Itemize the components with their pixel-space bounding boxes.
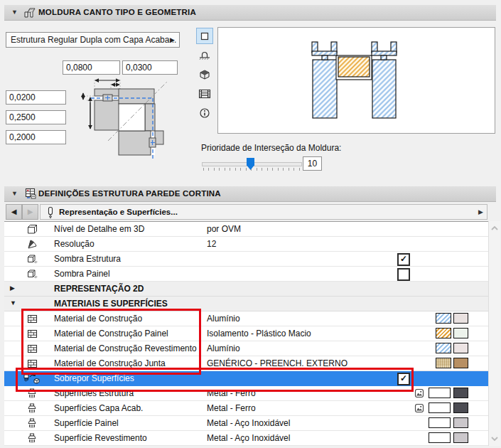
plan-view-icon	[200, 31, 210, 41]
cut-fill-swatch[interactable]	[436, 343, 451, 353]
sombra-painel-checkbox[interactable]	[397, 268, 410, 281]
cube-shadow-icon	[27, 269, 38, 282]
collapse-icon[interactable]: ▼	[11, 9, 18, 16]
pin-icon	[46, 206, 55, 219]
sombra-estrutura-checkbox[interactable]: ✓	[397, 253, 410, 266]
table-row-material-junta[interactable]: Material de Construção Junta GENÉRICO - …	[4, 356, 488, 371]
pen-color-swatch[interactable]	[429, 417, 451, 428]
expand-icon[interactable]: ▶	[10, 284, 15, 292]
priority-value-field[interactable]	[303, 156, 322, 171]
pen-color-swatch[interactable]	[429, 402, 451, 413]
tab-representacao-superficies[interactable]: Representação e Superfícies... ▶	[40, 204, 487, 220]
table-row-nivel-detalhe[interactable]: Nível de Detalhe em 3D por OVM	[4, 222, 488, 237]
surface-brush-icon	[27, 418, 37, 432]
panel-title: DEFINIÇÕES ESTRUTURA PAREDE CORTINA	[38, 189, 221, 198]
table-row-resolucao[interactable]: Resolução 12	[4, 237, 488, 252]
building-material-icon	[27, 314, 38, 327]
texture-icon	[414, 388, 424, 401]
surface-brush-icon	[27, 403, 37, 417]
priority-label: Prioridade de Interseção da Moldura:	[201, 143, 341, 153]
3d-view-button[interactable]	[196, 66, 213, 82]
3d-view-icon	[199, 69, 210, 80]
override-surfaces-icon	[23, 373, 41, 388]
table-row-material-construcao[interactable]: Material de Construção Alumínio	[4, 311, 488, 326]
surface-color-swatch[interactable]	[453, 388, 468, 398]
cut-fill-swatch[interactable]	[436, 313, 451, 324]
sobrepor-superficies-checkbox[interactable]: ✓	[397, 373, 410, 385]
surface-swatch[interactable]	[453, 313, 468, 324]
resolution-fan-icon	[27, 239, 38, 252]
film-icon	[198, 88, 211, 100]
archicad-dialog: { "icons": { "collapse": "▼", "expand": …	[0, 0, 501, 448]
cube-shadow-icon	[27, 254, 38, 267]
cut-fill-swatch[interactable]	[436, 358, 451, 368]
panel-header-moldura[interactable]: ▼ MOLDURA CANTO TIPO E GEOMETRIA	[4, 5, 496, 21]
info-icon	[199, 107, 210, 119]
nav-back-button[interactable]: ◀	[6, 204, 22, 220]
building-material-icon	[27, 358, 38, 372]
group-row-materiais-superficies[interactable]: ▼ MATERIAIS E SUPERFÍCIES	[4, 297, 488, 311]
surface-color-swatch[interactable]	[453, 417, 468, 428]
row-value[interactable]: Alumínio	[207, 311, 240, 326]
table-row-superficies-estrutura[interactable]: Superfícies Estrutura Metal - Ferro	[4, 386, 488, 401]
row-value[interactable]: Metal - Ferro	[207, 386, 256, 400]
cut-fill-swatch[interactable]	[436, 328, 451, 338]
table-row-sobrepor-superficies[interactable]: Sobrepor Superfícies ✓	[4, 371, 488, 386]
table-row-superficies-capa[interactable]: Superfícies Capa Acab. Metal - Ferro	[4, 401, 488, 416]
row-value[interactable]: Alumínio	[207, 341, 240, 356]
panel-title: MOLDURA CANTO TIPO E GEOMETRIA	[38, 8, 196, 16]
surface-swatch[interactable]	[453, 328, 468, 338]
surface-color-swatch[interactable]	[453, 432, 468, 443]
table-row-sombra-estrutura[interactable]: Sombra Estrutura ✓	[4, 252, 488, 267]
surface-swatch[interactable]	[453, 358, 468, 368]
dim-1-field[interactable]	[6, 90, 66, 105]
collapse-icon[interactable]: ▼	[10, 299, 16, 306]
row-value[interactable]: 12	[207, 237, 216, 251]
pen-color-swatch[interactable]	[429, 432, 451, 443]
building-material-icon	[27, 343, 38, 357]
cube-wire-icon	[27, 224, 38, 238]
table-row-material-revestimento[interactable]: Material de Construção Revestimento Alum…	[4, 341, 488, 356]
row-value[interactable]: Metal - Ferro	[207, 401, 256, 415]
row-value[interactable]: Metal - Aço Inoxidável	[207, 431, 290, 445]
texture-icon	[414, 403, 424, 416]
table-row-sombra-painel[interactable]: Sombra Painel	[4, 267, 488, 282]
building-material-icon	[27, 329, 38, 342]
table-row-superficie-painel[interactable]: Superfície Painel Metal - Aço Inoxidável	[4, 416, 488, 431]
frame-type-dropdown[interactable]: Estrutura Regular Dupla com Capa Acaba..…	[6, 32, 180, 48]
row-value[interactable]: Metal - Aço Inoxidável	[207, 416, 290, 430]
dim-3-field[interactable]	[6, 130, 66, 144]
nav-forward-button[interactable]: ▶	[22, 204, 38, 220]
table-row-material-painel[interactable]: Material de Construção Painel Isolamento…	[4, 326, 488, 341]
nav-back-icon: ◀	[11, 208, 17, 215]
frame-section-drawing	[218, 28, 495, 133]
info-button[interactable]	[196, 105, 213, 121]
collapse-icon[interactable]: ▼	[11, 190, 18, 197]
corner-geometry-diagram	[80, 73, 172, 174]
tab-label: Representação e Superfícies...	[59, 208, 178, 216]
scroll-down-icon[interactable]	[491, 436, 498, 442]
corner-frame-icon	[23, 6, 36, 21]
nav-forward-icon: ▶	[28, 208, 33, 215]
group-row-representacao-2d[interactable]: ▶ REPRESENTAÇÃO 2D	[4, 282, 488, 297]
row-value[interactable]: GENÉRICO - PREENCH. EXTERNO	[207, 356, 348, 370]
flyout-arrow-icon: ▶	[170, 33, 175, 48]
frame-type-value: Estrutura Regular Dupla com Capa Acaba..…	[11, 35, 176, 45]
pen-color-swatch[interactable]	[429, 388, 451, 398]
panel-header-definicoes[interactable]: ▼ DEFINIÇÕES ESTRUTURA PAREDE CORTINA	[4, 186, 496, 202]
surface-brush-icon	[27, 388, 37, 402]
preview-strip-button[interactable]	[196, 85, 213, 102]
plan-view-button[interactable]	[196, 28, 213, 44]
surface-color-swatch[interactable]	[453, 402, 468, 413]
dim-2-field[interactable]	[6, 110, 66, 124]
table-scrollbar[interactable]	[488, 221, 500, 446]
surface-brush-icon	[27, 433, 37, 447]
scroll-up-icon[interactable]	[491, 225, 498, 231]
tab-overflow-arrow-icon[interactable]: ▶	[478, 208, 483, 215]
row-value[interactable]: Isolamento - Plástico Macio	[207, 326, 311, 341]
frame-preview-canvas[interactable]	[217, 27, 495, 134]
surface-swatch[interactable]	[453, 343, 468, 353]
elevation-view-button[interactable]	[196, 47, 213, 63]
table-row-superficie-revestimento[interactable]: Superfície Revestimento Metal - Aço Inox…	[4, 431, 488, 446]
row-value[interactable]: por OVM	[207, 222, 241, 236]
